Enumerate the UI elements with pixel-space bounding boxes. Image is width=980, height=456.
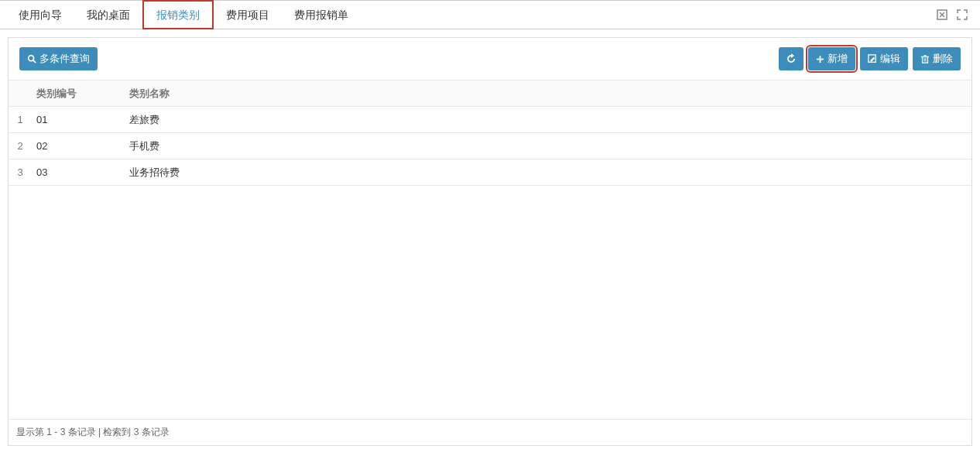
edit-button[interactable]: 编辑 [860,47,908,70]
cell-index: 1 [9,114,32,125]
toolbar: 多条件查询 新增 编辑 [9,38,971,80]
add-button[interactable]: 新增 [808,47,855,70]
delete-button[interactable]: 删除 [913,47,961,70]
cell-name: 业务招待费 [125,166,971,180]
table-empty-area [9,186,971,419]
cell-name: 手机费 [125,139,971,153]
edit-label: 编辑 [880,52,900,66]
trash-icon [920,54,930,63]
cell-code: 02 [32,140,125,152]
col-header-code[interactable]: 类别编号 [32,87,125,101]
multi-query-button[interactable]: 多条件查询 [19,47,98,70]
fullscreen-icon[interactable] [957,9,968,20]
cell-code: 03 [32,166,125,178]
search-icon [27,54,36,63]
tab-expense-item[interactable]: 费用项目 [214,1,282,29]
cell-index: 3 [9,166,32,178]
tab-bar: 使用向导 我的桌面 报销类别 费用项目 费用报销单 [0,0,980,29]
tab-usage-guide[interactable]: 使用向导 [6,1,74,29]
edit-icon [868,54,877,63]
svg-line-4 [33,60,36,63]
delete-label: 删除 [933,52,953,66]
table-footer: 显示第 1 - 3 条记录 | 检索到 3 条记录 [9,419,971,445]
cell-code: 01 [32,114,125,125]
cell-name: 差旅费 [125,113,971,127]
add-label: 新增 [828,52,848,66]
records-info: 显示第 1 - 3 条记录 | 检索到 3 条记录 [16,427,170,437]
refresh-button[interactable] [779,47,804,70]
data-table: 类别编号 类别名称 1 01 差旅费 2 02 手机费 3 03 业务招待费 [9,80,971,186]
svg-rect-8 [923,57,928,63]
content-panel: 多条件查询 新增 编辑 [8,37,972,446]
tab-reimburse-category[interactable]: 报销类别 [142,0,214,29]
tab-expense-reimbursement[interactable]: 费用报销单 [282,1,361,29]
close-tab-icon[interactable] [937,9,947,20]
col-header-name[interactable]: 类别名称 [125,87,971,101]
multi-query-label: 多条件查询 [39,52,90,66]
plus-icon [816,55,824,63]
table-row[interactable]: 1 01 差旅费 [9,107,971,133]
tab-my-desktop[interactable]: 我的桌面 [74,1,142,29]
table-row[interactable]: 2 02 手机费 [9,133,971,159]
table-header: 类别编号 类别名称 [9,81,971,107]
svg-point-3 [29,56,34,61]
cell-index: 2 [9,140,32,152]
refresh-icon [786,53,797,64]
table-row[interactable]: 3 03 业务招待费 [9,159,971,186]
